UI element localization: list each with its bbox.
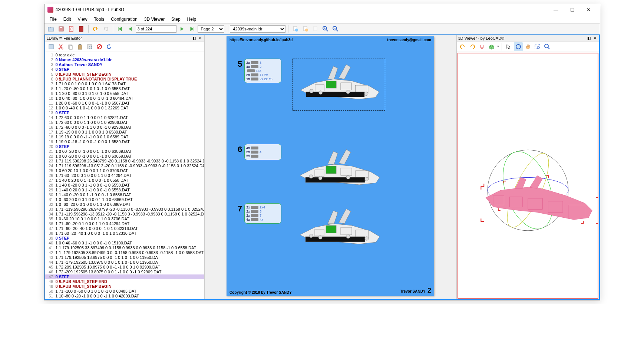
viewer-brick-button[interactable] (487, 42, 496, 51)
editor-line[interactable]: 191 19 0 0 -18 -1 0 0 0 -1 0 0 0 1 6589.… (45, 139, 204, 144)
viewer-zoom-region-button[interactable] (533, 42, 542, 51)
prev-page-button[interactable] (126, 24, 135, 33)
editor-line[interactable]: 171 19 -19 0 0 0 0 1 1 0 0 0 1 0 6589.DA… (45, 130, 204, 135)
page-view[interactable]: https://trevorsandy.github.io/lpub3d tre… (205, 35, 456, 299)
editor-line[interactable]: 301 1 -40 0 -20 0 0 1 -1 0 0 0 -1 0 6558… (45, 192, 204, 197)
editor-line[interactable]: 71 71 0 0 0 1 0 0 0 1 0 0 0 1 64178.DAT (45, 82, 204, 86)
editor-line[interactable]: 60 !LPUB PLI ANNOTATION DISPLAY TRUE (45, 77, 204, 82)
last-page-button[interactable] (188, 24, 196, 33)
pli-box[interactable]: 4x2x42x (244, 144, 281, 160)
editor-line[interactable]: 470 STEP (45, 274, 204, 279)
menu-file[interactable]: File (47, 16, 60, 23)
undo-button[interactable] (91, 24, 100, 33)
editor-line[interactable]: 271 1 40 0 20 0 0 1 -1 0 0 0 -1 0 6558.D… (45, 178, 204, 183)
assembly-image[interactable] (293, 59, 385, 111)
viewer-undo-button[interactable] (458, 42, 467, 51)
editor-line[interactable]: 501 71 -100 0 -60 0 0 1 0 1 0 -1 0 0 604… (45, 289, 204, 294)
editor-copy-button[interactable] (66, 42, 75, 51)
editor-delete-button[interactable] (95, 42, 104, 51)
step-6[interactable]: 64x2x42x (238, 144, 385, 196)
first-page-button[interactable] (116, 24, 125, 33)
editor-line[interactable]: 311 0 -60 20 0 0 0 1 0 0 0 1 1 0 0 63869… (45, 197, 204, 202)
step-7[interactable]: 72x2x42x52x74x4x (238, 203, 385, 255)
zoom-out-button[interactable] (331, 24, 340, 33)
editor-line[interactable]: 291 1 -40 0 20 0 0 1 -1 0 0 0 -1 0 6558.… (45, 188, 204, 192)
editor-line[interactable]: 480 !LPUB MULTI_STEP END (45, 279, 204, 284)
assembly-image[interactable] (293, 203, 385, 255)
editor-line[interactable]: 91 1 20 0 -80 0 0 1 0 1 0 -1 0 0 6558.DA… (45, 91, 204, 96)
append-page-button[interactable] (301, 24, 310, 33)
editor-close-button[interactable]: ✕ (198, 36, 203, 41)
print-button[interactable] (77, 24, 86, 33)
editor-line[interactable]: 200 STEP (45, 144, 204, 149)
menu-view[interactable]: View (75, 16, 90, 23)
editor-line[interactable]: 20 Name: 42039s-rearaxle1.ldr (45, 57, 204, 62)
editor-select-all-button[interactable] (47, 42, 56, 51)
open-file-button[interactable] (47, 24, 56, 33)
editor-line[interactable]: 30 Author: Trevor SANDY (45, 62, 204, 67)
menu-edit[interactable]: Edit (60, 16, 74, 23)
viewer-pan-button[interactable] (524, 42, 532, 51)
editor-line[interactable]: 81 1 -20 0 -80 0 0 1 0 1 0 -1 0 0 6558.D… (45, 86, 204, 91)
zoom-in-button[interactable] (321, 24, 330, 33)
editor-text-area[interactable]: 10 rear axle20 Name: 42039s-rearaxle1.ld… (45, 52, 204, 299)
editor-line[interactable]: 111 28 0 0 -60 0 1 0 0 0 -1 -1 0 0 6587.… (45, 101, 204, 106)
editor-line[interactable]: 101 0 0 40 -80 -1 0 0 0 0 -1 0 -1 0 6048… (45, 96, 204, 101)
editor-line[interactable]: 121 0 0 0 -40 0 1 0 -1 0 0 0 0 1 32269.D… (45, 106, 204, 111)
viewer-float-button[interactable]: ◧ (587, 36, 592, 41)
editor-line[interactable]: 261 71 60 -20 0 0 1 0 0 0 1 1 0 0 44294.… (45, 173, 204, 178)
editor-line[interactable]: 10 rear axle (45, 53, 204, 57)
editor-line[interactable]: 341 71 -119.596298 -13.0512 -20 -0.1158 … (45, 212, 204, 217)
editor-line[interactable]: 251 0 60 20 10 1 0 0 0 0 1 1 0 0 3706.DA… (45, 168, 204, 173)
editor-line[interactable]: 490 !LPUB MULTI_STEP BEGIN (45, 284, 204, 289)
viewer-redo-button[interactable] (468, 42, 477, 51)
editor-line[interactable]: 361 71 -60 -20 0 1 0 0 0 1 1 0 0 44294.D… (45, 221, 204, 226)
editor-line[interactable]: 461 72 -209.192505 13.8975 0 0 0 1 -1 0 … (45, 270, 204, 274)
editor-line[interactable]: 231 71 119.596298 26.948799 -20 0.1158 0… (45, 159, 204, 164)
delete-page-button[interactable] (311, 24, 320, 33)
editor-line[interactable]: 221 0 60 -20 0 0 -1 0 0 0 1 -1 0 0 63869… (45, 154, 204, 159)
step-5[interactable]: 52x34x21x32x11 2x1x2x 2x#5 (238, 59, 385, 111)
editor-line[interactable]: 441 71 -179.192505 13.8975 0 0 0 1 0 1 0… (45, 260, 204, 265)
editor-line[interactable]: 211 0 60 -20 0 0 -1 0 0 0 1 -1 0 0 63869… (45, 149, 204, 154)
editor-line[interactable]: 511 10 -80 0 -20 -1 0 0 0 1 0 -1 1 0 0 4… (45, 294, 204, 299)
editor-line[interactable]: 521 71 100 0 -60 0 0 -1 0 1 0 -1 0 0 604… (45, 299, 204, 299)
editor-paste-button[interactable] (76, 42, 85, 51)
editor-line[interactable]: 371 71 -60 -20 -40 1 0 0 0 0 -1 0 1 0 32… (45, 226, 204, 231)
next-page-button[interactable] (178, 24, 186, 33)
editor-line[interactable]: 40 STEP (45, 67, 204, 72)
menu-3d-viewer[interactable]: 3D Viewer (141, 16, 168, 23)
editor-line[interactable]: 50 !LPUB MULTI_STEP BEGIN (45, 72, 204, 77)
editor-line[interactable]: 161 72 -60 0 0 0 0 -1 1 0 0 0 -1 0 92906… (45, 125, 204, 130)
export-pdf-button[interactable] (67, 24, 76, 33)
editor-line[interactable]: 401 0 0 40 -60 0 0 1 -1 0 0 0 -1 0 15100… (45, 241, 204, 246)
editor-line[interactable]: 130 STEP (45, 111, 204, 115)
editor-line[interactable]: 390 STEP (45, 236, 204, 241)
viewer-snap-button[interactable] (478, 42, 486, 51)
assembly-image[interactable] (293, 144, 385, 196)
close-button[interactable]: ✕ (581, 4, 597, 15)
editor-line[interactable]: 181 19 19 0 0 0 0 -1 -1 0 0 0 1 0 6589.D… (45, 135, 204, 139)
editor-line[interactable]: 411 1 179.192505 33.897499 0 0.1158 0.99… (45, 246, 204, 250)
editor-line[interactable]: 151 72 60 0 0 0 0 1 1 0 0 0 1 0 92906.DA… (45, 120, 204, 125)
viewer-select-button[interactable] (504, 42, 513, 51)
editor-line[interactable]: 141 72 60 0 0 0 0 1 1 0 0 0 1 0 62821.DA… (45, 115, 204, 120)
editor-line[interactable]: 281 1 40 0 -20 0 0 1 -1 0 0 0 -1 0 6558.… (45, 183, 204, 188)
save-button[interactable] (57, 24, 66, 33)
editor-cut-button[interactable] (56, 42, 65, 51)
editor-float-button[interactable]: ◧ (192, 36, 197, 41)
viewer-rotate-button[interactable] (514, 42, 523, 51)
subfile-select[interactable]: 42039s-main.ldr (230, 25, 285, 33)
editor-refresh-button[interactable] (105, 42, 113, 51)
editor-find-button[interactable] (85, 42, 94, 51)
editor-line[interactable]: 321 0 -60 -20 0 0 1 0 0 0 1 1 0 0 63869.… (45, 202, 204, 207)
minimize-button[interactable]: — (548, 4, 564, 15)
menu-step[interactable]: Step (168, 16, 184, 23)
editor-line[interactable]: 431 71 179.192505 13.8975 0 0 0 -1 0 1 0… (45, 255, 204, 260)
editor-line[interactable]: 381 71 60 -20 -40 1 0 0 0 0 -1 0 1 0 323… (45, 231, 204, 236)
page-number-input[interactable] (136, 25, 176, 33)
editor-line[interactable]: 331 71 -119.596298 26.948799 -20 -0.1158… (45, 207, 204, 212)
viewer-zoom-button[interactable] (543, 42, 552, 51)
editor-line[interactable]: 351 0 -60 20 10 0 1 0 0 0 1 1 0 0 3706.D… (45, 217, 204, 221)
viewer-canvas[interactable] (458, 53, 598, 299)
